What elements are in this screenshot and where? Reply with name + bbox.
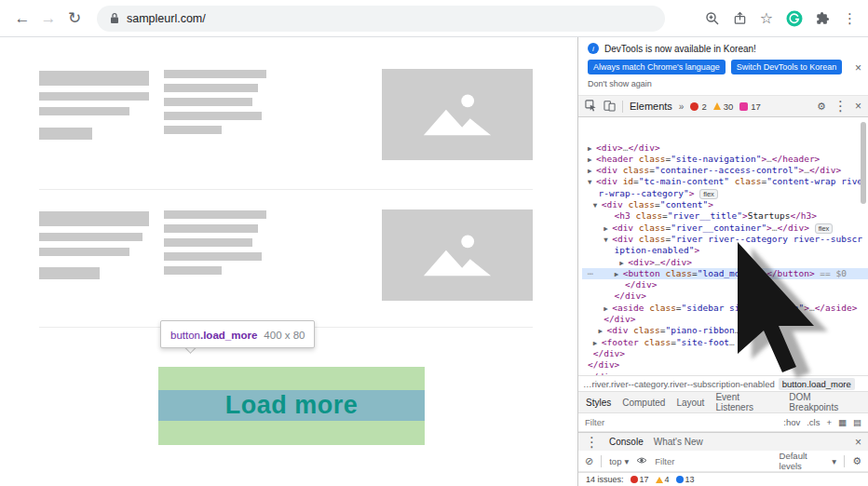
status-errors: 17 — [631, 475, 649, 484]
dom-node[interactable]: ▶ <div>…</div> — [582, 257, 868, 268]
dom-node[interactable]: </div> — [582, 348, 868, 359]
forward-icon: → — [35, 6, 61, 32]
dom-node[interactable]: </div> — [582, 371, 868, 375]
dom-node[interactable]: ▼ <div class="content"> — [582, 199, 868, 210]
placeholder-bar — [39, 267, 100, 279]
dom-node[interactable]: ▶ <div class="river__container">…</div> … — [582, 223, 868, 234]
breadcrumb-selected[interactable]: button.load_more — [779, 378, 855, 390]
placeholder-image — [382, 209, 533, 301]
dom-node[interactable]: <h3 class="river__title">Startups</h3> — [582, 210, 868, 222]
tab-elements[interactable]: Elements — [630, 101, 672, 112]
load-more-button[interactable]: Load more — [158, 387, 425, 423]
tooltip-selector: button.load_more — [170, 326, 257, 343]
placeholder-bar — [39, 211, 149, 226]
drawer-close-icon[interactable]: × — [855, 436, 861, 449]
share-icon[interactable] — [733, 11, 747, 26]
tab-layout[interactable]: Layout — [676, 398, 704, 408]
tab-console[interactable]: Console — [609, 437, 644, 447]
reload-icon[interactable]: ↻ — [61, 6, 88, 32]
log-levels-selector[interactable]: Default levels▾ — [780, 451, 837, 471]
dom-node[interactable]: </div> — [582, 314, 868, 325]
switch-korean-button[interactable]: Switch DevTools to Korean — [731, 60, 843, 74]
issues-icon — [739, 102, 748, 111]
dom-node[interactable]: ▶ <div class="container--access-control"… — [582, 165, 868, 176]
breadcrumb-path[interactable]: …river.river--category.river--subscripti… — [583, 379, 775, 389]
dom-node[interactable]: </div> — [582, 279, 868, 290]
dom-node[interactable]: ▼ <div id="tc-main-content" class="conte… — [582, 176, 868, 187]
class-toggle[interactable]: .cls — [807, 417, 820, 427]
placeholder-bar — [39, 233, 142, 241]
context-selector[interactable]: top▾ — [609, 456, 629, 466]
dom-node[interactable]: ▶ <div class="piano-ribbon…div> — [582, 325, 868, 336]
inspect-highlight-padding: Load more — [158, 367, 425, 445]
issues-count-badge[interactable]: 17 — [739, 101, 761, 112]
dom-node[interactable]: </div> — [582, 359, 868, 371]
console-toolbar: ⊘ top▾ Default levels▾ ⚙ — [578, 451, 868, 472]
dom-node-selected[interactable]: ⋯ ▶ <button class="load_more">…</button>… — [582, 268, 868, 279]
styles-filter-bar: :hov .cls + ▦ ▤ — [578, 413, 868, 432]
back-icon[interactable]: ← — [9, 6, 35, 32]
devtools-close-icon[interactable]: × — [855, 100, 861, 113]
tab-dom-breakpoints[interactable]: DOM Breakpoints — [789, 392, 861, 412]
zoom-icon[interactable] — [705, 11, 720, 26]
placeholder-bar — [39, 107, 129, 115]
match-language-button[interactable]: Always match Chrome's language — [588, 60, 726, 74]
new-style-rule-button[interactable]: + — [826, 417, 832, 427]
lock-icon — [110, 12, 119, 24]
browser-menu-icon[interactable]: ⋮ — [843, 10, 857, 27]
placeholder-bar — [164, 238, 252, 247]
image-icon — [417, 231, 497, 279]
devtools-toolbar: Elements » 2 30 17 ⚙ ⋮ × — [578, 95, 868, 117]
placeholder-bar — [164, 126, 222, 134]
console-filter-input[interactable] — [655, 456, 771, 466]
layout-grid-icon[interactable]: ▦ — [838, 417, 847, 427]
info-icon — [676, 476, 684, 483]
placeholder-bar — [164, 112, 262, 120]
dom-node[interactable]: ▶ <div>…</div> — [582, 142, 868, 154]
tab-styles[interactable]: Styles — [586, 398, 611, 408]
clear-console-icon[interactable]: ⊘ — [585, 455, 593, 467]
dom-node[interactable]: iption-enabled"> — [582, 245, 868, 256]
dom-node[interactable]: ▶ <header class="site-navigation">…</hea… — [582, 154, 868, 165]
address-bar[interactable]: sampleurl.com/ — [97, 6, 665, 32]
dont-show-again-link[interactable]: Don't show again — [588, 79, 859, 88]
tab-event-listeners[interactable]: Event Listeners — [715, 392, 778, 412]
dom-node[interactable]: r-wrap--category"> flex — [582, 188, 868, 199]
bookmark-star-icon[interactable]: ☆ — [760, 9, 773, 27]
error-count-badge[interactable]: 2 — [690, 101, 706, 112]
pseudo-state-toggle[interactable]: :hov — [783, 417, 800, 427]
device-toolbar-icon[interactable] — [604, 100, 616, 114]
drawer-menu-icon[interactable]: ⋮ — [585, 434, 599, 451]
placeholder-bar — [39, 71, 149, 86]
extensions-icon[interactable] — [816, 11, 830, 25]
tab-whats-new[interactable]: What's New — [654, 437, 703, 447]
issues-summary-label[interactable]: 14 issues: — [586, 475, 624, 484]
url-text[interactable]: sampleurl.com/ — [127, 12, 206, 25]
divider — [844, 455, 845, 467]
devtools-settings-icon[interactable]: ⚙ — [817, 101, 826, 113]
grammarly-extension-icon[interactable] — [786, 10, 803, 27]
scrollbar-thumb[interactable] — [861, 122, 866, 204]
devtools-menu-icon[interactable]: ⋮ — [834, 98, 848, 115]
inspect-element-icon[interactable] — [585, 100, 597, 114]
warning-icon — [656, 477, 663, 483]
eye-icon[interactable] — [636, 456, 647, 466]
computed-panel-icon[interactable]: ▤ — [853, 417, 861, 427]
placeholder-bar — [39, 92, 149, 101]
divider — [601, 455, 602, 467]
warning-count-badge[interactable]: 30 — [713, 101, 734, 112]
dom-node[interactable]: ▼ <div class="river river--category rive… — [582, 234, 868, 245]
notification-close-icon[interactable]: × — [855, 61, 861, 74]
placeholder-image — [382, 69, 533, 160]
dom-node[interactable]: ▶ <footer class="site-foot… — [582, 337, 868, 348]
more-tabs-icon[interactable]: » — [679, 101, 685, 112]
console-settings-icon[interactable]: ⚙ — [852, 455, 861, 467]
dom-node[interactable]: ▶ <aside class="sidebar sidebar--main">…… — [582, 303, 868, 314]
placeholder-bar — [39, 128, 92, 140]
tab-computed[interactable]: Computed — [622, 398, 665, 408]
dom-node[interactable]: </div> — [582, 290, 868, 302]
styles-filter-input[interactable] — [585, 417, 777, 427]
sidebar-pane-tabs: Styles Computed Layout Event Listeners D… — [578, 391, 868, 413]
info-icon: i — [588, 43, 599, 54]
devtools-notification: i DevTools is now available in Korean! A… — [578, 37, 868, 95]
